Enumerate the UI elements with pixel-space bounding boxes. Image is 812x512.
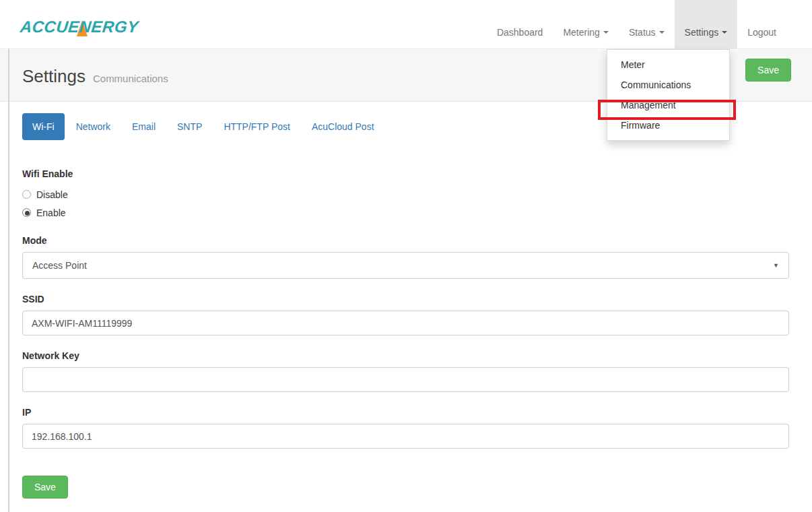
caret-down-icon bbox=[603, 31, 609, 34]
radio-enable-control[interactable] bbox=[22, 208, 31, 217]
select-caret-icon: ▼ bbox=[773, 262, 779, 269]
nav-item-label: Logout bbox=[747, 27, 776, 38]
dropdown-item-firmware[interactable]: Firmware bbox=[607, 115, 729, 135]
radio-option-disable[interactable]: Disable bbox=[22, 185, 789, 203]
ip-input[interactable] bbox=[22, 424, 789, 449]
ip-group: IP bbox=[22, 407, 789, 449]
nav-item-settings[interactable]: Settings bbox=[675, 0, 738, 49]
network-key-label: Network Key bbox=[22, 350, 789, 361]
nav-item-status[interactable]: Status bbox=[619, 0, 675, 49]
dropdown-item-meter[interactable]: Meter bbox=[607, 55, 729, 75]
radio-enable-label: Enable bbox=[36, 207, 66, 218]
ip-label: IP bbox=[22, 407, 789, 418]
network-key-input[interactable] bbox=[22, 367, 789, 392]
nav-item-logout[interactable]: Logout bbox=[737, 0, 786, 49]
nav-menu: Dashboard Metering Status Settings Logou… bbox=[487, 0, 812, 49]
dropdown-item-management[interactable]: Management bbox=[607, 95, 729, 115]
wifi-enable-label: Wifi Enable bbox=[22, 168, 789, 179]
left-edge-rule bbox=[8, 39, 9, 512]
nav-item-label: Metering bbox=[563, 27, 599, 38]
nav-item-label: Settings bbox=[685, 27, 719, 38]
wifi-settings-form: Wifi Enable Disable Enable Mode Access P… bbox=[22, 168, 789, 499]
page-subtitle: Communications bbox=[93, 73, 168, 84]
top-navbar: ACCUENERGY Dashboard Metering Status Set… bbox=[0, 0, 812, 49]
nav-item-dashboard[interactable]: Dashboard bbox=[487, 0, 553, 49]
ssid-label: SSID bbox=[22, 294, 789, 305]
ssid-input[interactable] bbox=[22, 311, 789, 335]
dropdown-item-communications[interactable]: Communications bbox=[607, 75, 729, 95]
network-key-group: Network Key bbox=[22, 350, 789, 392]
radio-disable-control[interactable] bbox=[22, 190, 31, 199]
nav-item-label: Dashboard bbox=[497, 27, 543, 38]
mode-label: Mode bbox=[22, 235, 789, 246]
tab-network[interactable]: Network bbox=[66, 113, 121, 140]
mode-select[interactable]: Access Point ▼ bbox=[22, 252, 789, 279]
tab-http-ftp-post[interactable]: HTTP/FTP Post bbox=[213, 113, 300, 140]
save-button-bottom[interactable]: Save bbox=[22, 476, 68, 499]
mode-group: Mode Access Point ▼ bbox=[22, 235, 789, 279]
page-title: Settings bbox=[22, 66, 86, 87]
radio-disable-label: Disable bbox=[36, 189, 68, 200]
tab-acucloud-post[interactable]: AcuCloud Post bbox=[302, 113, 384, 140]
tab-sntp[interactable]: SNTP bbox=[167, 113, 212, 140]
caret-down-icon bbox=[659, 31, 665, 34]
wifi-enable-group: Wifi Enable Disable Enable bbox=[22, 168, 789, 222]
caret-down-icon bbox=[722, 31, 727, 34]
tab-wifi[interactable]: Wi-Fi bbox=[22, 113, 65, 140]
tab-email[interactable]: Email bbox=[122, 113, 166, 140]
radio-option-enable[interactable]: Enable bbox=[22, 203, 789, 222]
save-button-top[interactable]: Save bbox=[745, 59, 791, 82]
ssid-group: SSID bbox=[22, 294, 789, 335]
mode-select-value: Access Point bbox=[32, 260, 87, 271]
nav-item-label: Status bbox=[629, 27, 656, 38]
main-content: Wi-Fi Network Email SNTP HTTP/FTP Post A… bbox=[0, 102, 812, 499]
logo-text: ACCUENERGY bbox=[20, 18, 140, 36]
accuenergy-logo[interactable]: ACCUENERGY bbox=[20, 18, 139, 40]
settings-dropdown-menu: Meter Communications Management Firmware bbox=[607, 49, 730, 141]
nav-item-metering[interactable]: Metering bbox=[553, 0, 618, 49]
